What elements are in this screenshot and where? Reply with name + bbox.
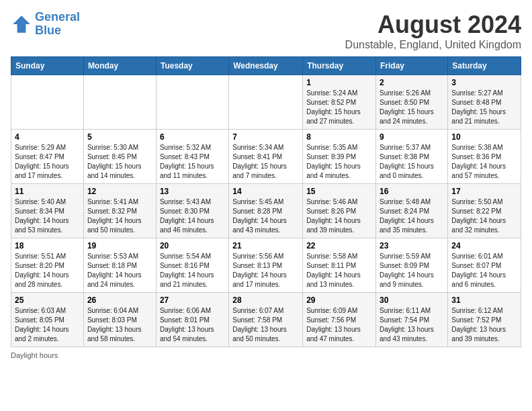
day-number: 18 (15, 241, 80, 250)
daylight-label: Daylight hours (11, 351, 58, 359)
weekday-header: Sunday (11, 57, 84, 75)
cell-content: Sunrise: 5:59 AM Sunset: 8:09 PM Dayligh… (380, 252, 444, 289)
day-number: 8 (306, 132, 372, 142)
cell-content: Sunrise: 5:35 AM Sunset: 8:39 PM Dayligh… (306, 143, 372, 181)
calendar-subtitle: Dunstable, England, United Kingdom (345, 39, 521, 51)
weekday-header: Wednesday (229, 57, 303, 75)
cell-content: Sunrise: 6:01 AM Sunset: 8:07 PM Dayligh… (451, 252, 517, 289)
logo: General Blue (11, 11, 80, 38)
calendar-week-row: 4Sunrise: 5:29 AM Sunset: 8:47 PM Daylig… (11, 130, 521, 184)
cell-content: Sunrise: 6:03 AM Sunset: 8:05 PM Dayligh… (15, 306, 80, 344)
day-number: 22 (306, 241, 372, 250)
calendar-cell: 31Sunrise: 6:12 AM Sunset: 7:52 PM Dayli… (448, 293, 521, 347)
day-number: 11 (15, 187, 80, 196)
cell-content: Sunrise: 5:50 AM Sunset: 8:22 PM Dayligh… (451, 197, 517, 235)
day-number: 26 (87, 295, 152, 305)
calendar-cell: 17Sunrise: 5:50 AM Sunset: 8:22 PM Dayli… (448, 184, 521, 238)
calendar-cell: 18Sunrise: 5:51 AM Sunset: 8:20 PM Dayli… (11, 238, 84, 293)
weekday-header: Thursday (303, 57, 376, 75)
calendar-cell: 5Sunrise: 5:30 AM Sunset: 8:45 PM Daylig… (83, 130, 156, 184)
calendar-cell: 14Sunrise: 5:45 AM Sunset: 8:28 PM Dayli… (229, 184, 303, 238)
calendar-cell: 29Sunrise: 6:09 AM Sunset: 7:56 PM Dayli… (303, 293, 376, 347)
logo-line1: General (35, 10, 80, 24)
title-area: August 2024 Dunstable, England, United K… (345, 11, 521, 51)
day-number: 2 (380, 78, 444, 87)
day-number: 10 (451, 132, 517, 142)
calendar-cell: 23Sunrise: 5:59 AM Sunset: 8:09 PM Dayli… (376, 238, 448, 293)
day-number: 31 (451, 295, 517, 305)
cell-content: Sunrise: 5:32 AM Sunset: 8:43 PM Dayligh… (160, 143, 225, 181)
day-number: 12 (87, 187, 152, 196)
day-number: 6 (160, 132, 225, 142)
day-number: 21 (232, 241, 299, 250)
calendar-title: August 2024 (345, 11, 521, 39)
cell-content: Sunrise: 6:06 AM Sunset: 8:01 PM Dayligh… (160, 306, 225, 344)
calendar-body: 1Sunrise: 5:24 AM Sunset: 8:52 PM Daylig… (11, 75, 521, 347)
cell-content: Sunrise: 5:48 AM Sunset: 8:24 PM Dayligh… (380, 197, 444, 235)
day-number: 30 (380, 295, 444, 305)
calendar-cell (229, 75, 303, 130)
cell-content: Sunrise: 5:24 AM Sunset: 8:52 PM Dayligh… (306, 89, 372, 126)
day-number: 19 (87, 241, 152, 250)
calendar-cell: 13Sunrise: 5:43 AM Sunset: 8:30 PM Dayli… (156, 184, 228, 238)
weekday-header: Tuesday (156, 57, 228, 75)
calendar-cell: 21Sunrise: 5:56 AM Sunset: 8:13 PM Dayli… (229, 238, 303, 293)
calendar-cell: 15Sunrise: 5:46 AM Sunset: 8:26 PM Dayli… (303, 184, 376, 238)
calendar-cell: 8Sunrise: 5:35 AM Sunset: 8:39 PM Daylig… (303, 130, 376, 184)
day-number: 13 (160, 187, 225, 196)
weekday-header: Monday (83, 57, 156, 75)
calendar-cell (156, 75, 228, 130)
calendar-week-row: 1Sunrise: 5:24 AM Sunset: 8:52 PM Daylig… (11, 75, 521, 130)
calendar-cell: 7Sunrise: 5:34 AM Sunset: 8:41 PM Daylig… (229, 130, 303, 184)
cell-content: Sunrise: 5:30 AM Sunset: 8:45 PM Dayligh… (87, 143, 152, 181)
day-number: 14 (232, 187, 299, 196)
cell-content: Sunrise: 6:11 AM Sunset: 7:54 PM Dayligh… (380, 306, 444, 344)
cell-content: Sunrise: 5:58 AM Sunset: 8:11 PM Dayligh… (306, 252, 372, 289)
calendar-cell: 22Sunrise: 5:58 AM Sunset: 8:11 PM Dayli… (303, 238, 376, 293)
day-number: 17 (451, 187, 517, 196)
cell-content: Sunrise: 5:26 AM Sunset: 8:50 PM Dayligh… (380, 89, 444, 126)
cell-content: Sunrise: 6:09 AM Sunset: 7:56 PM Dayligh… (306, 306, 372, 344)
day-number: 1 (306, 78, 372, 87)
cell-content: Sunrise: 5:45 AM Sunset: 8:28 PM Dayligh… (232, 197, 299, 235)
day-number: 28 (232, 295, 299, 305)
day-number: 29 (306, 295, 372, 305)
calendar-cell: 2Sunrise: 5:26 AM Sunset: 8:50 PM Daylig… (376, 75, 448, 130)
calendar-header-row: SundayMondayTuesdayWednesdayThursdayFrid… (11, 57, 521, 75)
day-number: 25 (15, 295, 80, 305)
day-number: 3 (451, 78, 517, 87)
cell-content: Sunrise: 5:41 AM Sunset: 8:32 PM Dayligh… (87, 197, 152, 235)
cell-content: Sunrise: 5:38 AM Sunset: 8:36 PM Dayligh… (451, 143, 517, 181)
svg-marker-0 (13, 15, 30, 33)
day-number: 5 (87, 132, 152, 142)
calendar-cell (83, 75, 156, 130)
cell-content: Sunrise: 5:54 AM Sunset: 8:16 PM Dayligh… (160, 252, 225, 289)
weekday-header: Friday (376, 57, 448, 75)
calendar-cell (11, 75, 84, 130)
calendar-cell: 30Sunrise: 6:11 AM Sunset: 7:54 PM Dayli… (376, 293, 448, 347)
cell-content: Sunrise: 5:29 AM Sunset: 8:47 PM Dayligh… (15, 143, 80, 181)
day-number: 4 (15, 132, 80, 142)
calendar-cell: 16Sunrise: 5:48 AM Sunset: 8:24 PM Dayli… (376, 184, 448, 238)
calendar-cell: 12Sunrise: 5:41 AM Sunset: 8:32 PM Dayli… (83, 184, 156, 238)
day-number: 9 (380, 132, 444, 142)
calendar-cell: 28Sunrise: 6:07 AM Sunset: 7:58 PM Dayli… (229, 293, 303, 347)
cell-content: Sunrise: 5:43 AM Sunset: 8:30 PM Dayligh… (160, 197, 225, 235)
day-number: 20 (160, 241, 225, 250)
header: General Blue August 2024 Dunstable, Engl… (11, 11, 521, 51)
day-number: 15 (306, 187, 372, 196)
calendar-cell: 4Sunrise: 5:29 AM Sunset: 8:47 PM Daylig… (11, 130, 84, 184)
cell-content: Sunrise: 5:27 AM Sunset: 8:48 PM Dayligh… (451, 89, 517, 126)
calendar-week-row: 25Sunrise: 6:03 AM Sunset: 8:05 PM Dayli… (11, 293, 521, 347)
logo-icon (11, 13, 32, 35)
cell-content: Sunrise: 6:04 AM Sunset: 8:03 PM Dayligh… (87, 306, 152, 344)
cell-content: Sunrise: 5:34 AM Sunset: 8:41 PM Dayligh… (232, 143, 299, 181)
calendar-week-row: 11Sunrise: 5:40 AM Sunset: 8:34 PM Dayli… (11, 184, 521, 238)
calendar-table: SundayMondayTuesdayWednesdayThursdayFrid… (11, 56, 521, 347)
calendar-cell: 11Sunrise: 5:40 AM Sunset: 8:34 PM Dayli… (11, 184, 84, 238)
calendar-cell: 1Sunrise: 5:24 AM Sunset: 8:52 PM Daylig… (303, 75, 376, 130)
day-number: 7 (232, 132, 299, 142)
cell-content: Sunrise: 5:40 AM Sunset: 8:34 PM Dayligh… (15, 197, 80, 235)
cell-content: Sunrise: 5:37 AM Sunset: 8:38 PM Dayligh… (380, 143, 444, 181)
cell-content: Sunrise: 5:46 AM Sunset: 8:26 PM Dayligh… (306, 197, 372, 235)
